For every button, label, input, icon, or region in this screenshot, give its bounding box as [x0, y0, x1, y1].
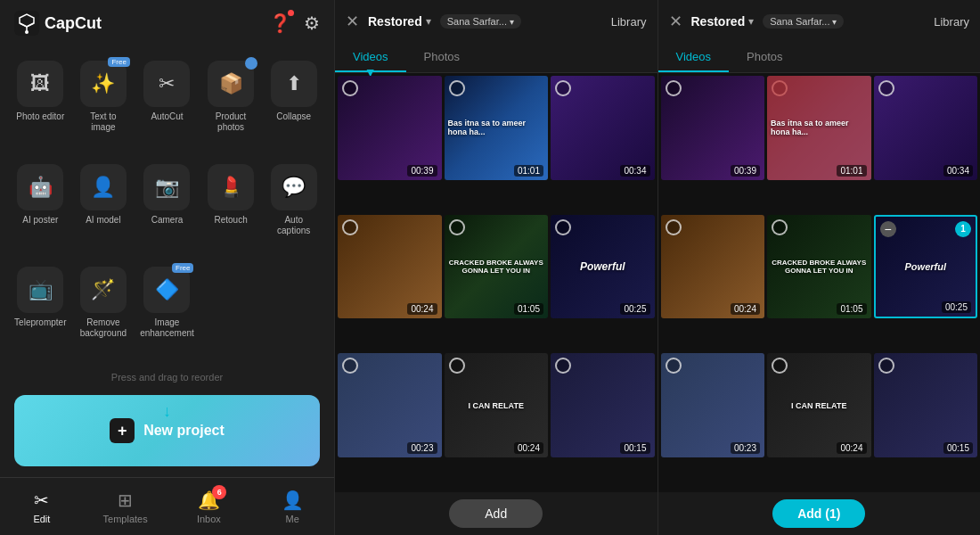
video-thumb-5[interactable]: CRACKED BROKE ALWAYS GONNA LET YOU IN 01… — [445, 215, 549, 319]
settings-icon[interactable]: ⚙ — [304, 12, 320, 34]
video-duration: 01:05 — [837, 303, 866, 315]
right-panel-tabs: Videos Photos — [658, 43, 981, 73]
video-duration: 00:23 — [407, 442, 437, 454]
nav-templates-label: Templates — [103, 514, 148, 524]
select-circle[interactable] — [666, 358, 682, 374]
nav-inbox-label: Inbox — [197, 514, 221, 524]
select-circle[interactable] — [342, 219, 358, 235]
right-close-button[interactable]: ✕ — [669, 12, 682, 31]
left-close-button[interactable]: ✕ — [346, 12, 359, 31]
video-duration: 00:24 — [731, 303, 760, 315]
tool-auto-captions[interactable]: 💬 Auto captions — [264, 157, 323, 257]
bottom-nav: ✂ Edit ⊞ Templates 🔔 6 Inbox 👤 Me — [0, 477, 334, 535]
video-thumb-r6[interactable]: − 1 Powerful 00:25 — [874, 215, 978, 319]
nav-edit[interactable]: ✂ Edit — [0, 478, 84, 535]
right-tab-photos[interactable]: Photos — [729, 43, 800, 72]
video-thumb-r2[interactable]: Bas itna sa to ameer hona ha... 01:01 — [767, 76, 871, 180]
video-duration: 01:01 — [837, 165, 866, 177]
video-duration: 00:15 — [943, 442, 973, 454]
top-icons: ❓ ⚙ — [269, 12, 320, 34]
left-panel-library[interactable]: Library — [611, 15, 647, 29]
right-panel-dropdown-icon[interactable]: ▾ — [748, 15, 754, 28]
plus-icon: + — [110, 418, 135, 443]
video-thumb-r4[interactable]: 00:24 — [661, 215, 765, 319]
nav-inbox[interactable]: 🔔 6 Inbox — [167, 478, 251, 535]
pro-badge — [245, 57, 257, 70]
video-thumb-4[interactable]: 00:24 — [338, 215, 442, 319]
notification-dot — [288, 10, 294, 16]
video-thumb-r9[interactable]: 00:15 — [874, 353, 978, 457]
video-thumb-r1[interactable]: 00:39 — [661, 76, 765, 180]
tool-remove-bg[interactable]: 🪄 Remove background — [74, 259, 134, 359]
left-panel-footer: Add — [335, 492, 657, 535]
video-duration: 00:24 — [514, 442, 543, 454]
left-panel-dropdown-icon[interactable]: ▾ — [426, 15, 431, 28]
left-media-grid: 00:39 Bas itna sa to ameer hona ha... 01… — [335, 73, 657, 492]
tools-grid: 🖼 Photo editor ✨ Free Text to image ✂ Au… — [0, 46, 334, 366]
tool-text-to-image[interactable]: ✨ Free Text to image — [74, 54, 134, 153]
select-circle[interactable] — [666, 219, 682, 235]
video-thumb-8[interactable]: I CAN RELATE 00:24 — [445, 353, 549, 457]
select-circle[interactable] — [555, 80, 571, 96]
video-duration: 00:24 — [407, 303, 437, 315]
right-tab-videos[interactable]: Videos — [658, 43, 730, 72]
me-icon: 👤 — [282, 490, 304, 511]
help-icon[interactable]: ❓ — [269, 12, 291, 34]
video-thumb-6[interactable]: Powerful 00:25 — [551, 215, 655, 319]
right-media-panel: ✕ Restored ▾ Sana Sarfar... ▾ Library Vi… — [657, 0, 981, 535]
video-duration: 00:15 — [620, 442, 649, 454]
tool-ai-poster[interactable]: 🤖 AI poster — [11, 157, 70, 257]
video-thumb-1[interactable]: 00:39 — [338, 76, 442, 180]
tool-collapse[interactable]: ⬆ Collapse — [264, 54, 323, 153]
right-area: ✕ Restored ▾ Sana Sarfar... ▾ Library Vi… — [334, 0, 980, 535]
inbox-badge: 6 — [212, 485, 226, 499]
nav-me[interactable]: 👤 Me — [250, 478, 334, 535]
right-add-button[interactable]: Add (1) — [772, 499, 865, 528]
new-project-label: New project — [143, 423, 225, 439]
edit-icon: ✂ — [34, 490, 49, 511]
left-tab-photos[interactable]: Photos — [406, 43, 478, 72]
tool-teleprompter[interactable]: 📺 Teleprompter — [11, 259, 70, 359]
video-thumb-7[interactable]: 00:23 — [338, 353, 442, 457]
video-duration: 00:34 — [943, 165, 973, 177]
video-thumb-r5[interactable]: CRACKED BROKE ALWAYS GONNA LET YOU IN 01… — [767, 215, 871, 319]
video-duration: 01:05 — [514, 303, 543, 315]
tool-photo-editor[interactable]: 🖼 Photo editor — [11, 54, 70, 153]
free-badge: Free — [108, 57, 129, 67]
select-circle[interactable] — [878, 80, 894, 96]
tool-autocut[interactable]: ✂ AutoCut — [136, 54, 198, 153]
right-media-grid: 00:39 Bas itna sa to ameer hona ha... 01… — [658, 73, 981, 492]
select-circle[interactable] — [878, 358, 894, 374]
tool-camera[interactable]: 📷 Camera — [136, 157, 198, 257]
new-project-button[interactable]: ↓ + New project — [14, 395, 320, 466]
left-add-button[interactable]: Add — [449, 499, 543, 528]
select-circle[interactable] — [342, 358, 358, 374]
nav-me-label: Me — [285, 514, 298, 524]
video-thumb-r7[interactable]: 00:23 — [661, 353, 765, 457]
nav-templates[interactable]: ⊞ Templates — [84, 478, 167, 535]
left-tab-videos[interactable]: Videos ▼ — [335, 43, 406, 72]
video-duration: 00:24 — [837, 442, 866, 454]
video-thumb-3[interactable]: 00:34 — [551, 76, 655, 180]
tool-product-photos[interactable]: 📦 Product photos — [201, 54, 261, 153]
video-duration: 00:25 — [620, 303, 649, 315]
logo: CapCut — [14, 11, 102, 36]
video-duration: 01:01 — [514, 165, 543, 177]
select-circle[interactable] — [555, 358, 571, 374]
app-name: CapCut — [45, 14, 102, 33]
video-thumb-r8[interactable]: I CAN RELATE 00:24 — [767, 353, 871, 457]
tool-image-enhance[interactable]: 🔷 Free Image enhancement — [136, 259, 198, 359]
video-thumb-9[interactable]: 00:15 — [551, 353, 655, 457]
tool-retouch[interactable]: 💄 Retouch — [201, 157, 261, 257]
arrow-down-icon: ↓ — [163, 402, 171, 421]
select-circle[interactable] — [666, 80, 682, 96]
left-panel-author: Sana Sarfar... ▾ — [440, 14, 521, 29]
video-thumb-2[interactable]: Bas itna sa to ameer hona ha... 01:01 — [445, 76, 549, 180]
top-bar: CapCut ❓ ⚙ — [0, 0, 334, 46]
right-panel-library[interactable]: Library — [934, 15, 969, 29]
video-thumb-r3[interactable]: 00:34 — [874, 76, 978, 180]
tool-ai-model[interactable]: 👤 AI model — [74, 157, 134, 257]
nav-edit-label: Edit — [33, 514, 50, 524]
select-circle[interactable] — [342, 80, 358, 96]
templates-icon: ⊞ — [118, 490, 133, 511]
